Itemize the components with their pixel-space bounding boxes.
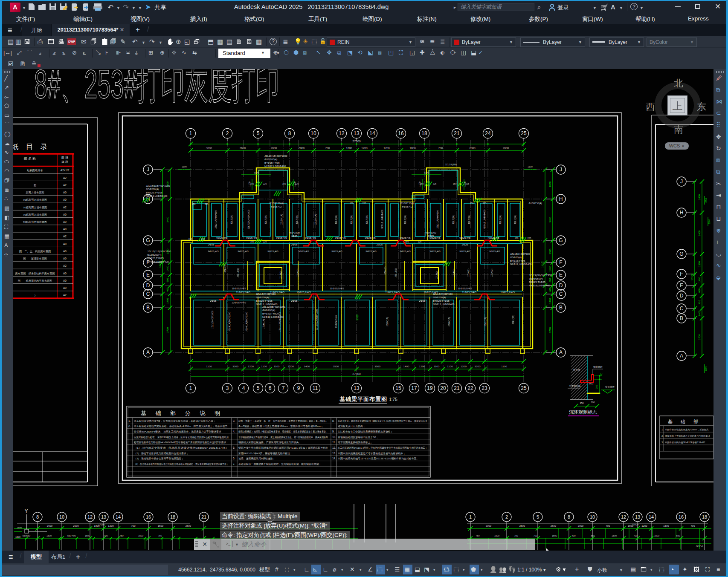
svg-text:JZL6(1A): JZL6(1A): [448, 317, 450, 327]
svg-text:700: 700: [533, 534, 537, 537]
svg-text:B: B: [559, 305, 563, 311]
svg-text:2Φ25: 2Φ25: [291, 300, 298, 302]
svg-text:14.: 14.: [332, 457, 336, 460]
svg-text:8: 8: [36, 514, 39, 519]
svg-text:B4Φ18;T4Φ8: B4Φ18;T4Φ8: [264, 162, 280, 164]
svg-text:225: 225: [483, 202, 487, 205]
svg-text:2600: 2600: [271, 147, 277, 150]
svg-text:2: 2: [226, 130, 229, 136]
svg-text:11Φ25;2/4/5: 11Φ25;2/4/5: [385, 291, 400, 294]
svg-text:楼面上部钢筋：地梁受力钢筋锚固长度要求，梁间钢筋：地梁上部钢: 楼面上部钢筋：地梁受力钢筋锚固长度要求，梁间钢筋：地梁上部钢筋搭接在剪力墙支座处…: [238, 430, 328, 433]
svg-text:Φ10Φ150(4): Φ10Φ150(4): [529, 202, 542, 205]
svg-text:9Φ25;4/5: 9Φ25;4/5: [208, 250, 219, 253]
svg-text:11Φ25;2/4/4: 11Φ25;2/4/4: [335, 315, 337, 328]
svg-text:JZL7(2A): JZL7(2A): [296, 215, 298, 225]
svg-text:图 纸: 图 纸: [61, 156, 68, 159]
svg-text:JZL15(1)400*500: JZL15(1)400*500: [510, 253, 530, 255]
svg-text:D: D: [680, 293, 684, 299]
svg-text:B: B: [146, 305, 150, 311]
svg-text:1500: 1500: [552, 534, 557, 537]
svg-text:1300: 1300: [698, 261, 701, 267]
svg-text:JZL2(1A): JZL2(1A): [404, 215, 406, 225]
svg-text:21: 21: [201, 514, 206, 519]
svg-text:10: 10: [59, 514, 64, 519]
svg-text:2600: 2600: [519, 525, 525, 527]
svg-text:F: F: [559, 260, 562, 265]
svg-text:A2+1/2: A2+1/2: [61, 169, 70, 172]
svg-text:1200: 1200: [461, 365, 467, 368]
svg-text:G: G: [146, 237, 150, 243]
svg-text:1500: 1500: [663, 525, 669, 527]
svg-text:4.: 4.: [233, 430, 235, 433]
svg-text:150: 150: [192, 203, 196, 205]
svg-text:Φ12Φ200(4): Φ12Φ200(4): [147, 254, 162, 256]
svg-text:（1）.符合地基变形要求（见地基基础设计规范GB50007-: （1）.符合地基变形要求（见地基基础设计规范GB50007-2002.5.3.4…: [134, 446, 229, 450]
svg-text:27000: 27000: [98, 523, 105, 526]
svg-text:G: G: [679, 251, 683, 257]
svg-text:225: 225: [263, 182, 267, 185]
svg-text:6.: 6.: [233, 457, 235, 460]
svg-text:处理后地基承载力特征值fak≥260KPa时方可基础施工并且: 处理后地基承载力特征值fak≥260KPa时方可基础施工并且按照后地基总体达到下…: [134, 441, 229, 444]
svg-text:21: 21: [454, 130, 460, 136]
svg-text:A: A: [146, 349, 150, 355]
svg-text:2090: 2090: [73, 525, 79, 527]
svg-text:5Φ25: 5Φ25: [356, 314, 359, 320]
svg-text:A0: A0: [63, 213, 67, 216]
svg-text:1500: 1500: [612, 534, 617, 537]
svg-text:JZL19(1B): JZL19(1B): [445, 163, 457, 166]
svg-text:JZL2(1A)400*600: JZL2(1A)400*600: [436, 210, 439, 228]
svg-text:JZL11(2A)Φ10Φ15: JZL11(2A)Φ10Φ15: [278, 312, 281, 332]
svg-text:750: 750: [514, 534, 518, 537]
svg-text:B5Φ25;T5Φ25: B5Φ25;T5Φ25: [147, 257, 164, 260]
svg-text:8#、253#打印灰度打印: 8#、253#打印灰度打印: [34, 69, 279, 107]
svg-text:450*1000: 450*1000: [289, 231, 300, 234]
svg-text:E: E: [146, 272, 150, 278]
svg-text:N2Φ12;L0Φ8Φ400: N2Φ12;L0Φ8Φ400: [510, 263, 532, 265]
svg-text:150: 150: [453, 182, 457, 185]
svg-text:沉降观测标志: 沉降观测标志: [569, 410, 597, 415]
svg-text:9Φ25;4/5: 9Φ25;4/5: [238, 250, 249, 253]
svg-text:本工程抗震设防烈度7度，剪力墙抗震等级为二级，基础设计等级为: 本工程抗震设防烈度7度，剪力墙抗震等级为二级，基础设计等级为乙级；: [133, 419, 216, 423]
svg-text:1: 1: [189, 385, 192, 391]
svg-text:2Φ25: 2Φ25: [291, 243, 298, 246]
svg-text:25: 25: [521, 130, 527, 136]
svg-text:1.: 1.: [661, 428, 664, 431]
svg-text:70标高剪力墙布置图: 70标高剪力墙布置图: [23, 206, 47, 209]
svg-text:12: 12: [621, 514, 626, 519]
svg-text:JZL5(2): JZL5(2): [279, 271, 282, 279]
svg-text:JZL15(1): JZL15(1): [394, 268, 397, 277]
svg-text:J: J: [560, 167, 562, 173]
svg-text:1100: 1100: [501, 365, 507, 368]
svg-text:3700: 3700: [698, 334, 701, 340]
svg-text:11Φ25;2/4/5: 11Φ25;2/4/5: [296, 291, 311, 294]
svg-text:JZL2(1A): JZL2(1A): [230, 215, 233, 225]
svg-text:图 机房顶结构平面布置图: 图 机房顶结构平面布置图: [18, 279, 52, 283]
svg-text:J: J: [147, 167, 149, 173]
svg-text:下部钢筋搭接在剪力墙洞口跨中，梁上钢筋搭接在支座处，梁下部钢: 下部钢筋搭接在剪力墙洞口跨中，梁上钢筋搭接在支座处，梁下部钢筋搭接跨中，接头采用…: [238, 436, 328, 439]
svg-text:70标高剪力墙布置图: 70标高剪力墙布置图: [23, 213, 47, 216]
svg-text:6Φ25;4/2: 6Φ25;4/2: [271, 205, 282, 208]
svg-text:B: B: [680, 315, 683, 321]
svg-text:7: 7: [282, 385, 285, 391]
svg-text:A2: A2: [63, 264, 67, 267]
svg-text:150: 150: [189, 238, 192, 240]
svg-text:14: 14: [649, 514, 654, 519]
svg-text:钢制圆环: 钢制圆环: [593, 366, 603, 369]
svg-text:2600: 2600: [186, 525, 191, 527]
svg-text:N2Φ12;L0Φ8Φ400: N2Φ12;L0Φ8Φ400: [433, 303, 455, 306]
svg-text:9Φ25;4/5: 9Φ25;4/5: [400, 250, 411, 253]
svg-text:19: 19: [427, 385, 433, 391]
svg-text:750: 750: [476, 534, 479, 537]
svg-text:700: 700: [131, 525, 136, 527]
svg-text:1400: 1400: [304, 365, 310, 368]
svg-text:9Φ25;4/5: 9Φ25;4/5: [267, 250, 278, 253]
svg-text:9Φ25;4/5: 9Φ25;4/5: [489, 250, 500, 253]
svg-text:JZL4(2): JZL4(2): [467, 268, 470, 277]
svg-text:C: C: [680, 306, 684, 312]
svg-text:1500: 1500: [15, 536, 20, 538]
svg-text:1400: 1400: [549, 265, 551, 271]
svg-text:27000: 27000: [632, 523, 639, 526]
svg-text:B4Φ25;T4Φ25: B4Φ25;T4Φ25: [146, 191, 163, 194]
svg-text:1200: 1200: [641, 525, 647, 527]
svg-text:A2: A2: [63, 206, 67, 209]
